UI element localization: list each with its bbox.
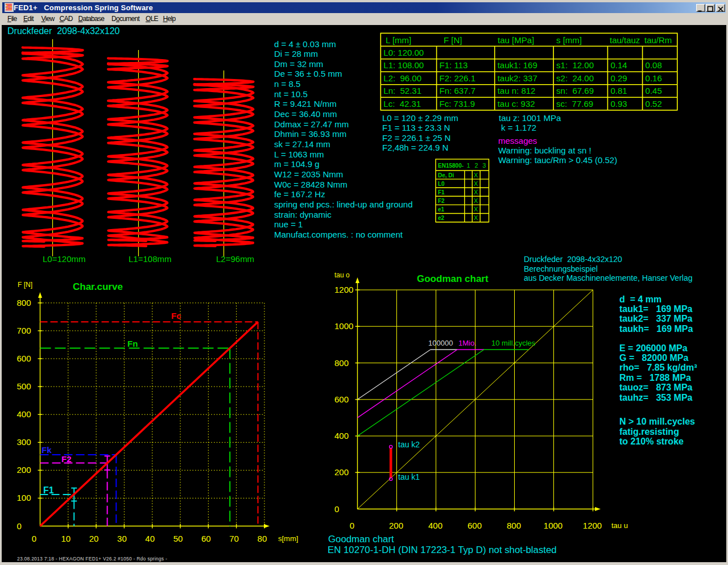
svg-text:200: 200 xyxy=(334,467,349,477)
svg-text:rho= 7.85 kg/dm³: rho= 7.85 kg/dm³ xyxy=(619,363,697,372)
svg-text:Warning: buckling at sn !: Warning: buckling at sn ! xyxy=(498,146,592,155)
svg-text:De = 36 ± 0.5 mm: De = 36 ± 0.5 mm xyxy=(274,69,342,78)
svg-text:0.29: 0.29 xyxy=(610,73,627,83)
svg-text:1Mio.: 1Mio. xyxy=(458,339,477,347)
svg-text:Goodman chart: Goodman chart xyxy=(417,273,489,284)
svg-text:tau u: tau u xyxy=(611,521,628,530)
svg-text:Goodman chart: Goodman chart xyxy=(328,534,394,545)
svg-text:10: 10 xyxy=(61,534,71,543)
svg-text:100: 100 xyxy=(17,493,31,502)
svg-text:X: X xyxy=(474,214,478,221)
svg-text:spring end pcs.: lined-up and: spring end pcs.: lined-up and ground xyxy=(274,200,413,209)
svg-text:600: 600 xyxy=(468,521,482,530)
svg-text:60: 60 xyxy=(201,534,211,543)
svg-text:tau n: 812: tau n: 812 xyxy=(498,86,536,95)
svg-text:taukh= 169 MPa: taukh= 169 MPa xyxy=(619,324,693,334)
svg-text:d = 4 ± 0.03 mm: d = 4 ± 0.03 mm xyxy=(274,39,336,49)
svg-text:L [mm]: L [mm] xyxy=(386,35,411,45)
svg-text:500: 500 xyxy=(17,381,31,391)
svg-text:600: 600 xyxy=(334,394,349,404)
svg-text:400: 400 xyxy=(428,521,442,530)
svg-text:Berechnungsbeispiel: Berechnungsbeispiel xyxy=(524,264,598,273)
svg-text:s[mm]: s[mm] xyxy=(278,534,298,543)
svg-text:F2,48h = 224.9 N: F2,48h = 224.9 N xyxy=(382,143,448,152)
svg-text:L2=96mm: L2=96mm xyxy=(216,254,254,264)
svg-text:50: 50 xyxy=(173,534,183,543)
svg-text:k = 1.172: k = 1.172 xyxy=(501,123,536,132)
svg-text:De, Di: De, Di xyxy=(438,172,454,178)
svg-text:sn: 67.69: sn: 67.69 xyxy=(556,86,594,95)
svg-text:2: 2 xyxy=(474,162,478,169)
svg-text:Warning: tauc/Rm > 0.45 (0.52): Warning: tauc/Rm > 0.45 (0.52) xyxy=(498,155,617,165)
svg-text:e1: e1 xyxy=(438,206,445,213)
svg-text:e2: e2 xyxy=(438,215,445,221)
svg-text:0.52: 0.52 xyxy=(646,99,662,109)
svg-text:F2 = 226.1 ± 25 N: F2 = 226.1 ± 25 N xyxy=(382,133,450,143)
svg-text:F2: F2 xyxy=(61,454,72,464)
svg-text:L1=108mm: L1=108mm xyxy=(129,254,171,264)
svg-text:fatig.resisting: fatig.resisting xyxy=(619,427,679,437)
svg-text:800: 800 xyxy=(17,298,31,308)
svg-text:Ln: 52.31: Ln: 52.31 xyxy=(383,86,421,95)
svg-text:F1: 113: F1: 113 xyxy=(440,60,468,70)
svg-text:n = 8.5: n = 8.5 xyxy=(274,79,300,89)
svg-text:0.16: 0.16 xyxy=(646,73,662,83)
svg-text:70: 70 xyxy=(229,534,239,543)
svg-text:1200: 1200 xyxy=(334,285,353,294)
svg-text:Fc: Fc xyxy=(171,311,181,321)
svg-text:F [N]: F [N] xyxy=(444,35,462,45)
svg-text:100000: 100000 xyxy=(428,339,453,347)
svg-text:sk = 27.14 mm: sk = 27.14 mm xyxy=(274,139,330,149)
svg-text:tauk2: 337: tauk2: 337 xyxy=(498,73,537,83)
svg-text:Dhmin = 36.93 mm: Dhmin = 36.93 mm xyxy=(274,129,346,139)
svg-text:L0=120mm: L0=120mm xyxy=(43,254,85,264)
svg-text:0.14: 0.14 xyxy=(610,60,627,70)
svg-text:d = 4 mm: d = 4 mm xyxy=(619,294,661,304)
svg-text:tau/tauz: tau/tauz xyxy=(610,35,640,45)
svg-text:m = 104.9 g: m = 104.9 g xyxy=(274,159,320,169)
svg-text:fe = 167.2 Hz: fe = 167.2 Hz xyxy=(274,189,325,199)
svg-text:to 210% stroke: to 210% stroke xyxy=(619,437,684,446)
svg-text:20: 20 xyxy=(89,534,99,543)
svg-text:tau k1: tau k1 xyxy=(398,472,420,481)
svg-text:tau/Rm: tau/Rm xyxy=(644,35,672,45)
svg-text:1: 1 xyxy=(467,162,470,169)
svg-text:s1: 12.00: s1: 12.00 xyxy=(556,60,594,70)
svg-text:aus Decker Maschinenelemente,: aus Decker Maschinenelemente, Hanser Ver… xyxy=(524,273,693,282)
svg-text:W0c = 28428 Nmm: W0c = 28428 Nmm xyxy=(274,180,348,189)
svg-text:400: 400 xyxy=(17,409,31,419)
svg-text:F2: 226.1: F2: 226.1 xyxy=(440,73,475,83)
svg-text:messages: messages xyxy=(498,136,537,146)
svg-text:Fn: 637.7: Fn: 637.7 xyxy=(440,86,475,95)
svg-text:tauk1: 169: tauk1: 169 xyxy=(498,60,537,70)
svg-text:G = 82000 MPa: G = 82000 MPa xyxy=(619,353,689,363)
svg-text:L = 1063 mm: L = 1063 mm xyxy=(274,149,324,159)
svg-text:0.45: 0.45 xyxy=(646,86,662,95)
svg-text:0.93: 0.93 xyxy=(610,99,627,109)
svg-text:L0: 120.00: L0: 120.00 xyxy=(383,48,424,57)
svg-text:N > 10 mill.cycles: N > 10 mill.cycles xyxy=(619,417,695,426)
svg-text:Fn: Fn xyxy=(127,339,138,348)
svg-text:0: 0 xyxy=(334,504,339,514)
svg-text:Manufact.compens. : no comment: Manufact.compens. : no comment xyxy=(274,230,403,239)
svg-text:600: 600 xyxy=(17,354,31,363)
svg-text:0: 0 xyxy=(17,521,22,531)
svg-text:s [mm]: s [mm] xyxy=(556,35,582,45)
svg-text:EN15800-: EN15800- xyxy=(438,163,464,169)
svg-text:Rm = 1788 MPa: Rm = 1788 MPa xyxy=(619,373,691,383)
svg-text:nt = 10.5: nt = 10.5 xyxy=(274,89,308,99)
svg-text:700: 700 xyxy=(17,326,31,335)
svg-text:L0: L0 xyxy=(438,181,445,187)
svg-text:3: 3 xyxy=(482,162,486,169)
svg-text:200: 200 xyxy=(389,521,403,530)
svg-text:E = 206000 MPa: E = 206000 MPa xyxy=(619,343,688,353)
svg-text:X: X xyxy=(474,172,478,178)
svg-text:F [N]: F [N] xyxy=(18,281,32,289)
svg-text:200: 200 xyxy=(17,465,31,475)
svg-text:X: X xyxy=(474,189,478,196)
svg-text:Lc: 42.31: Lc: 42.31 xyxy=(383,99,421,109)
svg-text:F1 = 113 ± 23.3 N: F1 = 113 ± 23.3 N xyxy=(382,123,450,132)
svg-text:EN 10270-1-DH (DIN 17223-1 Typ: EN 10270-1-DH (DIN 17223-1 Typ D) not sh… xyxy=(328,545,557,555)
svg-text:40: 40 xyxy=(145,534,155,543)
svg-text:1000: 1000 xyxy=(334,321,353,331)
